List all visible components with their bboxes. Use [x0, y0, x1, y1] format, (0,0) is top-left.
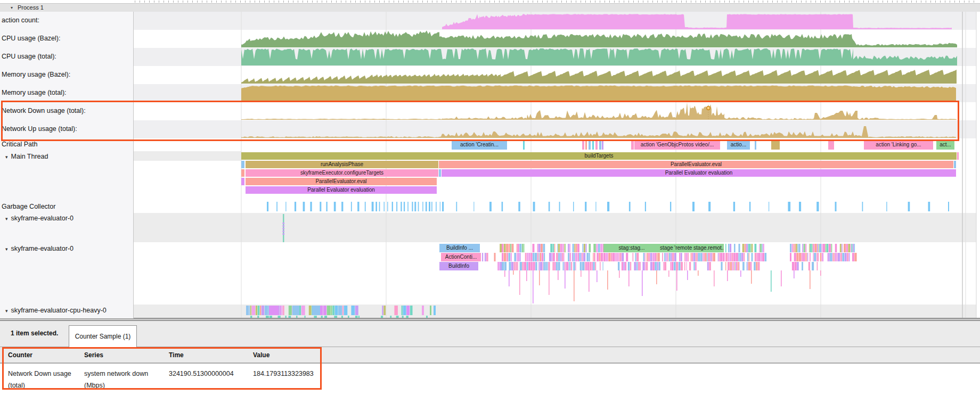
slice-tick[interactable] — [954, 161, 956, 168]
counter-table-header: Counter Series Time Value — [0, 347, 980, 364]
column-header-value: Value — [253, 351, 270, 359]
slice-tick[interactable] — [439, 169, 441, 177]
track-label-text: CPU usage (total): — [2, 53, 56, 60]
track-label-text: skyframe-evaluator-0 — [11, 215, 74, 222]
track-label-garbage-collector: Garbage Collector — [2, 203, 55, 210]
track-label-text: Memory usage (total): — [2, 89, 67, 96]
slice-act[interactable]: act... — [936, 140, 954, 150]
track-label-memory-usage-bazel: Memory usage (Bazel): — [2, 71, 70, 78]
track-label-panel: action count:CPU usage (Bazel):CPU usage… — [0, 12, 134, 318]
slice-parallel-evaluator-evaluation[interactable]: Parallel Evaluator evaluation — [246, 186, 437, 194]
slices-layer: action 'Creatin...action 'GenObjcProtos … — [0, 0, 980, 318]
track-label-text: Network Up usage (total): — [2, 125, 77, 133]
track-label-cpu-usage-bazel: CPU usage (Bazel): — [2, 35, 60, 42]
collapse-triangle-icon[interactable]: ▾ — [5, 216, 8, 221]
column-header-series: Series — [84, 351, 103, 359]
track-label-cpu-usage-total: CPU usage (total): — [2, 53, 56, 60]
track-label-memory-usage-total: Memory usage (total): — [2, 89, 67, 96]
slice-stag-stag[interactable]: stag:stag... — [603, 244, 660, 252]
collapse-triangle-icon[interactable]: ▾ — [5, 308, 8, 314]
slice-tick[interactable] — [771, 140, 780, 150]
selection-status-text: 1 item selected. — [11, 330, 58, 337]
trace-viewer-window: { "header": { "title": "Process 1", "col… — [0, 0, 980, 395]
track-label-text: Critical Path — [2, 141, 37, 148]
track-label-text: Main Thread — [11, 153, 48, 160]
column-header-time: Time — [169, 351, 184, 359]
track-label-network-up-usage-total: Network Up usage (total): — [2, 125, 77, 133]
slice-tick[interactable] — [755, 140, 756, 150]
cell-series: system network down (Mbps) — [84, 368, 161, 391]
slice-tick[interactable] — [592, 140, 594, 150]
slice-skyframeexecutor-configuretarg[interactable]: skyframeExecutor.configureTargets — [246, 169, 438, 177]
track-label-text: Network Down usage (total): — [2, 107, 86, 114]
track-label-text: action count: — [2, 17, 39, 24]
slice-buildinfo[interactable]: BuildInfo — [439, 262, 478, 270]
track-label-network-down-usage-total: Network Down usage (total): — [2, 107, 86, 114]
track-label-main-thread[interactable]: ▾Main Thread — [5, 153, 48, 160]
slice-parallelevaluator-eval[interactable]: ParallelEvaluator.eval — [246, 178, 437, 185]
column-header-counter: Counter — [8, 351, 32, 359]
slice-tick[interactable] — [241, 178, 244, 185]
slice-parallelevaluator-eval[interactable]: ParallelEvaluator.eval — [439, 161, 953, 168]
slice-tick[interactable] — [631, 140, 634, 150]
cell-time: 324190.51300000004 — [169, 368, 254, 380]
track-label-action-count: action count: — [2, 17, 39, 24]
slice-buildinfo[interactable]: BuildInfo ... — [439, 244, 480, 252]
slice-tick[interactable] — [582, 140, 584, 150]
track-label-skyframe-evaluator-cpu-heavy-0[interactable]: ▾skyframe-evaluator-cpu-heavy-0 — [5, 307, 107, 314]
tab-counter-sample[interactable]: Counter Sample (1) — [69, 325, 137, 348]
slice-parallel-evaluator-evaluation[interactable]: Parallel Evaluator evaluation — [442, 169, 956, 177]
slice-action-genobjcprotos-video[interactable]: action 'GenObjcProtos video/... — [634, 140, 720, 150]
track-label-text: Garbage Collector — [2, 203, 55, 210]
cell-counter: Network Down usage (total) — [8, 368, 77, 391]
details-tab-bar: 1 item selected. Counter Sample (1) — [0, 321, 980, 347]
slice-tick[interactable] — [828, 140, 834, 150]
cell-value: 184.1793113323983 — [253, 368, 338, 380]
track-label-text: skyframe-evaluator-0 — [11, 245, 74, 252]
slice-tick[interactable] — [957, 152, 959, 160]
slice-tick[interactable] — [599, 140, 601, 150]
slice-tick[interactable] — [241, 169, 244, 177]
slice-tick[interactable] — [602, 140, 603, 150]
slice-action-linking-go[interactable]: action 'Linking go... — [864, 140, 933, 150]
slice-buildtargets[interactable]: buildTargets — [241, 152, 957, 160]
slice-actio[interactable]: actio... — [727, 140, 750, 150]
track-label-skyframe-evaluator-0[interactable]: ▾skyframe-evaluator-0 — [5, 215, 74, 222]
slice-tick[interactable] — [523, 140, 525, 150]
collapse-triangle-icon[interactable]: ▾ — [5, 154, 8, 160]
slice-runanalysisphase[interactable]: runAnalysisPhase — [246, 161, 438, 168]
slice-tick[interactable] — [241, 161, 244, 168]
track-label-text: skyframe-evaluator-cpu-heavy-0 — [11, 307, 107, 314]
slice-actionconti[interactable]: ActionConti... — [441, 253, 481, 261]
slice-tick[interactable] — [589, 140, 591, 150]
slice-tick[interactable] — [595, 140, 598, 150]
slice-stage-remote-stage-remot[interactable]: stage 'remote stage.remot... — [660, 244, 724, 252]
track-label-text: CPU usage (Bazel): — [2, 35, 60, 42]
slice-tick[interactable] — [585, 140, 587, 150]
slice-action-creatin[interactable]: action 'Creatin... — [452, 140, 507, 150]
counter-table-body: Network Down usage (total) system networ… — [0, 364, 980, 395]
track-label-critical-path: Critical Path — [2, 141, 37, 148]
track-label-skyframe-evaluator-0[interactable]: ▾skyframe-evaluator-0 — [5, 245, 74, 252]
collapse-triangle-icon[interactable]: ▾ — [5, 246, 8, 252]
track-label-text: Memory usage (Bazel): — [2, 71, 70, 78]
